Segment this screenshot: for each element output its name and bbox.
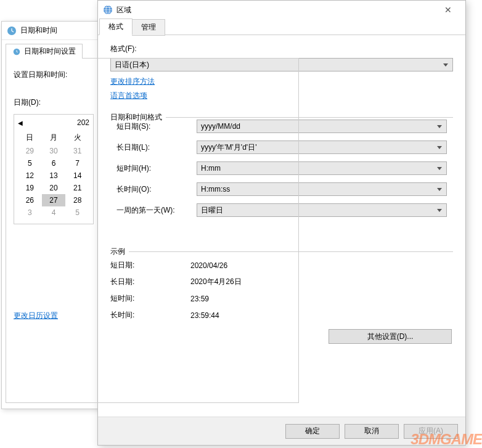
calendar-day[interactable]: 31 (65, 145, 89, 157)
calendar-day[interactable]: 29 (18, 145, 42, 157)
calendar-day[interactable]: 12 (18, 169, 42, 182)
ok-button[interactable]: 确定 (285, 424, 340, 439)
set-datetime-label: 设置日期和时间: (14, 70, 291, 80)
calendar-day[interactable]: 4 (42, 206, 66, 219)
calendar-day[interactable]: 19 (18, 182, 42, 194)
calendar-day[interactable]: 30 (42, 145, 66, 157)
date-time-window: 日期和时间 日期和时间设置 设置日期和时间: 日期(D): ◀ 202 日 月 … (1, 21, 303, 409)
weekday-header: 月 (42, 131, 66, 145)
globe-icon (103, 5, 113, 15)
dialog-buttons: 确定 取消 应用(A) (98, 417, 465, 445)
tabs: 格式 管理 (98, 19, 465, 35)
calendar-day[interactable]: 5 (18, 157, 42, 169)
other-settings-button[interactable]: 其他设置(D)... (329, 329, 452, 344)
calendar-day[interactable]: 7 (65, 157, 89, 169)
calendar-day[interactable]: 13 (42, 169, 66, 182)
calendar-month-year: 202 (77, 118, 89, 127)
close-button[interactable]: ✕ (436, 1, 460, 18)
date-label: 日期(D): (14, 97, 291, 108)
calendar-day[interactable]: 28 (65, 194, 89, 206)
weekday-header: 日 (18, 131, 42, 145)
calendar-day[interactable]: 3 (18, 206, 42, 219)
calendar-day[interactable]: 20 (42, 182, 66, 194)
calendar[interactable]: ◀ 202 日 月 火 2930315671213141920212627283… (14, 114, 94, 224)
calendar-day[interactable]: 26 (18, 194, 42, 206)
tab-date-time-settings-label: 日期和时间设置 (24, 46, 76, 57)
region-titlebar: 区域 ✕ (98, 1, 465, 19)
date-time-title: 日期和时间 (20, 25, 57, 36)
calendar-header: ◀ 202 (18, 117, 89, 131)
calendar-day[interactable]: 27 (42, 194, 66, 206)
calendar-day[interactable]: 6 (42, 157, 66, 169)
format-label: 格式(F): (110, 44, 453, 54)
cancel-button[interactable]: 取消 (345, 424, 399, 439)
date-time-panel: 设置日期和时间: 日期(D): ◀ 202 日 月 火 293031567121… (6, 58, 299, 403)
close-icon: ✕ (444, 5, 452, 15)
calendar-day[interactable]: 21 (65, 182, 89, 194)
calendar-prev-icon[interactable]: ◀ (18, 120, 23, 126)
clock-icon (7, 26, 17, 36)
apply-button[interactable]: 应用(A) (404, 424, 458, 439)
change-calendar-link[interactable]: 更改日历设置 (14, 311, 291, 321)
calendar-day[interactable]: 14 (65, 169, 89, 182)
region-title: 区域 (116, 5, 131, 15)
tab-format[interactable]: 格式 (99, 18, 133, 35)
tab-admin[interactable]: 管理 (132, 19, 165, 36)
calendar-day[interactable]: 5 (65, 206, 89, 219)
clock-small-icon (12, 47, 21, 56)
datetime-format-legend: 日期和时间格式 (110, 112, 166, 123)
tab-date-time-settings[interactable]: 日期和时间设置 (6, 44, 83, 59)
weekday-header: 火 (65, 131, 89, 145)
calendar-grid: 日 月 火 293031567121314192021262728345 (18, 131, 89, 219)
